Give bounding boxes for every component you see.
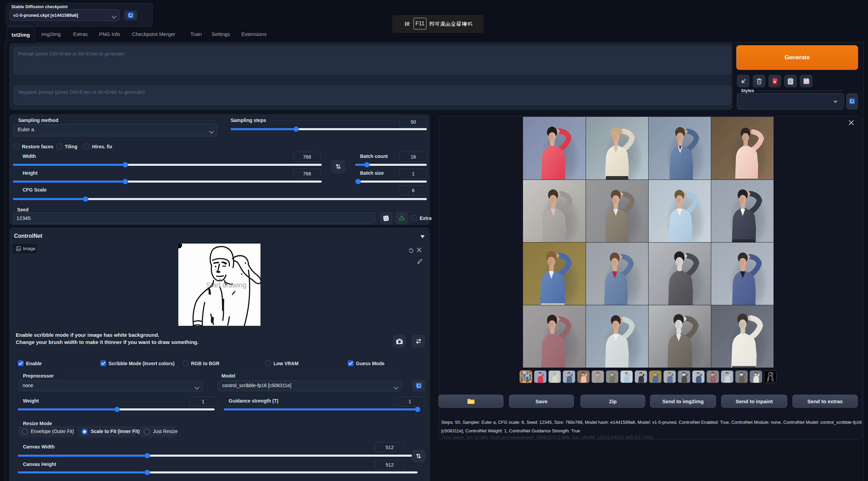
svg-text:Start drawing: Start drawing xyxy=(206,281,246,289)
